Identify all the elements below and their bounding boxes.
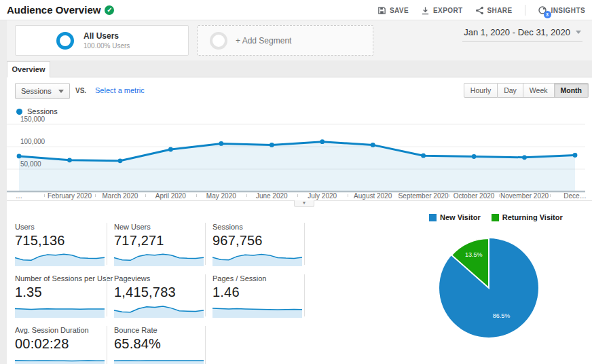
- segment-name: All Users: [84, 31, 130, 41]
- metric-value: 00:02:28: [15, 336, 106, 352]
- date-range-selector[interactable]: Jan 1, 2020 - Dec 31, 2020: [462, 26, 582, 42]
- x-tick-mark: [550, 194, 551, 197]
- pie-label-new: 86.5%: [493, 312, 511, 319]
- metric-sparkline: [15, 250, 105, 266]
- metric-value: 1.46: [212, 285, 303, 300]
- tab-overview[interactable]: Overview: [7, 61, 50, 77]
- x-tick-label: May 2020: [206, 192, 236, 200]
- x-tick-label: July 2020: [308, 192, 337, 200]
- x-tick-label: …: [16, 192, 22, 200]
- download-icon: [421, 6, 430, 15]
- sessions-line-chart: [7, 119, 585, 195]
- new-visitor-swatch-icon: [429, 214, 437, 221]
- add-segment-button[interactable]: + Add Segment: [197, 25, 373, 56]
- x-tick-mark: [449, 194, 449, 197]
- x-tick-label: September 2020: [399, 192, 449, 200]
- card-divider: [304, 223, 305, 265]
- pie-label-returning: 13.5%: [465, 251, 483, 258]
- chart-legend: Sessions: [16, 107, 58, 115]
- segment-bar: All Users 100.00% Users + Add Segment Ja…: [7, 20, 592, 60]
- metric-label: Pageviews: [114, 274, 205, 283]
- granularity-week[interactable]: Week: [523, 83, 555, 98]
- x-tick-mark: [145, 194, 146, 197]
- chart-controls: Sessions VS. Select a metric HourlyDayWe…: [7, 81, 592, 99]
- metric-card-bounce-rate: Bounce Rate65.84%: [114, 326, 205, 364]
- x-tick-mark: [95, 194, 96, 197]
- share-button[interactable]: SHARE: [475, 6, 513, 15]
- metric-value: 1,415,783: [114, 285, 205, 300]
- card-divider: [107, 274, 107, 316]
- export-button[interactable]: EXPORT: [421, 6, 463, 15]
- save-button[interactable]: SAVE: [377, 6, 409, 15]
- metric-dropdown[interactable]: Sessions: [15, 83, 70, 99]
- metric-sparkline: [114, 250, 204, 266]
- metric-sparkline: [15, 302, 105, 318]
- metric-label: Pages / Session: [212, 274, 303, 283]
- card-divider: [205, 326, 206, 364]
- report-panel: Sessions VS. Select a metric HourlyDayWe…: [7, 77, 592, 364]
- header-actions: SAVE EXPORT SHARE 3 INSIGHTS: [377, 0, 588, 20]
- chart-legend-label: Sessions: [27, 107, 58, 115]
- insights-button[interactable]: 3 INSIGHTS: [538, 5, 588, 16]
- metric-card-new-users: New Users717,271: [114, 223, 205, 266]
- metric-card-users: Users715,136: [15, 223, 106, 266]
- save-icon: [377, 6, 386, 15]
- card-divider: [205, 274, 206, 316]
- date-range-text: Jan 1, 2020 - Dec 31, 2020: [464, 27, 570, 37]
- card-divider: [107, 326, 107, 364]
- sessions-legend-dot-icon: [16, 109, 22, 115]
- metric-label: Number of Sessions per User: [15, 274, 106, 283]
- x-tick-mark: [499, 194, 500, 197]
- granularity-hourly[interactable]: Hourly: [464, 83, 498, 98]
- annotations-expander[interactable]: ▼: [294, 200, 314, 207]
- metric-label: Users: [15, 223, 106, 231]
- verified-check-icon: ✓: [105, 5, 114, 15]
- card-divider: [107, 223, 107, 265]
- x-tick-mark: [297, 194, 298, 197]
- share-icon: [475, 6, 484, 15]
- metric-card-pageviews: Pageviews1,415,783: [114, 274, 205, 318]
- legend-returning-visitor: Returning Visitor: [492, 213, 563, 221]
- insights-count-badge: 3: [544, 11, 551, 18]
- metric-card-number-of-sessions-per-user: Number of Sessions per User1.35: [15, 274, 106, 318]
- metric-value: 65.84%: [114, 336, 205, 352]
- x-tick-label: Dece…: [563, 192, 586, 200]
- metric-value: 715,136: [15, 233, 106, 249]
- x-tick-label: April 2020: [155, 192, 186, 200]
- segment-detail: 100.00% Users: [84, 42, 130, 50]
- chevron-down-icon: [576, 31, 581, 34]
- card-divider: [205, 223, 206, 265]
- granularity-month[interactable]: Month: [555, 83, 589, 98]
- x-tick-label: February 2020: [48, 192, 92, 200]
- metric-dropdown-label: Sessions: [21, 87, 52, 95]
- metric-sparkline: [114, 302, 204, 318]
- page-title: Audience Overview: [7, 4, 100, 16]
- segment-all-users[interactable]: All Users 100.00% Users: [15, 25, 189, 56]
- x-tick-label: August 2020: [354, 192, 392, 200]
- x-tick-mark: [196, 194, 197, 197]
- returning-visitor-swatch-icon: [492, 214, 499, 221]
- x-tick-mark: [44, 194, 45, 197]
- x-tick-mark: [348, 194, 348, 197]
- x-tick-mark: [246, 194, 247, 197]
- x-tick-label: November 2020: [500, 192, 549, 200]
- metric-label: Sessions: [212, 223, 303, 231]
- metric-card-avg-session-duration: Avg. Session Duration00:02:28: [15, 326, 106, 364]
- add-segment-circle-icon: [210, 32, 227, 50]
- granularity-day[interactable]: Day: [498, 83, 523, 98]
- select-metric-link[interactable]: Select a metric: [95, 86, 145, 94]
- metric-value: 1.35: [15, 285, 106, 300]
- vs-label: VS.: [75, 87, 86, 94]
- visitor-pie-chart: 13.5%86.5%: [434, 234, 543, 345]
- segment-donut-icon: [56, 32, 74, 50]
- x-tick-label: October 2020: [454, 192, 495, 200]
- granularity-toggle: HourlyDayWeekMonth: [464, 83, 589, 98]
- metric-card-sessions: Sessions967,756: [212, 223, 303, 266]
- metric-sparkline: [212, 302, 302, 318]
- card-divider: [304, 274, 305, 316]
- chevron-down-icon: [58, 90, 64, 93]
- x-tick-label: June 2020: [256, 192, 288, 200]
- metric-label: New Users: [114, 223, 205, 231]
- metric-sparkline: [114, 353, 204, 364]
- metric-label: Avg. Session Duration: [15, 326, 106, 334]
